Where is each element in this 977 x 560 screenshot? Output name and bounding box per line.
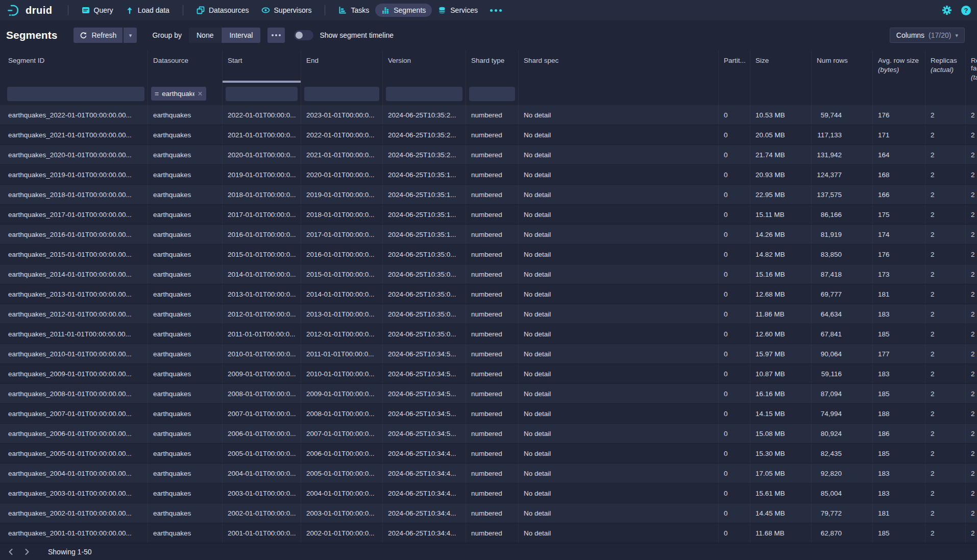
next-page-button[interactable] xyxy=(20,546,34,558)
segment-id-filter-input[interactable] xyxy=(7,87,144,101)
columns-button[interactable]: Columns (17/20) ▾ xyxy=(890,28,965,43)
group-by-none-button[interactable]: None xyxy=(189,28,221,43)
table-row[interactable]: earthquakes_2019-01-01T00:00:00.00... ea… xyxy=(0,165,977,185)
app-root: druid Query Load data xyxy=(0,0,977,560)
table-row[interactable]: earthquakes_2009-01-01T00:00:00.00... ea… xyxy=(0,364,977,384)
cell-replicas: 2 xyxy=(925,264,966,284)
column-header[interactable]: Datasource xyxy=(148,50,223,83)
help-icon[interactable]: ? xyxy=(961,6,971,15)
cell-size: 15.16 MB xyxy=(750,264,812,284)
refresh-button[interactable]: Refresh xyxy=(74,28,123,43)
column-header[interactable]: Size xyxy=(750,50,812,83)
shard-type-filter-input[interactable] xyxy=(469,87,515,101)
cell-partition: 0 xyxy=(719,185,750,204)
table-row[interactable]: earthquakes_2013-01-01T00:00:00.00... ea… xyxy=(0,284,977,304)
refresh-dropdown-button[interactable]: ▾ xyxy=(124,28,137,43)
column-header[interactable]: End xyxy=(301,50,383,83)
column-header[interactable]: Partit... xyxy=(719,50,750,83)
table-row[interactable]: earthquakes_2020-01-01T00:00:00.00... ea… xyxy=(0,145,977,165)
table-row[interactable]: earthquakes_2015-01-01T00:00:00.00... ea… xyxy=(0,245,977,264)
cell-start: 2017-01-01T00:00:0... xyxy=(223,205,301,224)
segment-timeline-toggle[interactable] xyxy=(294,30,313,40)
cell-avg-row-size: 174 xyxy=(873,225,925,244)
table-row[interactable]: earthquakes_2007-01-01T00:00:00.00... ea… xyxy=(0,404,977,424)
cell-partition: 0 xyxy=(719,264,750,284)
nav-item-services[interactable]: Services xyxy=(432,4,484,17)
cell-num-rows: 59,744 xyxy=(812,105,873,125)
cell-segment-id: earthquakes_2019-01-01T00:00:00.00... xyxy=(0,165,148,184)
cell-version: 2024-06-25T10:35:2... xyxy=(383,125,466,144)
table-row[interactable]: earthquakes_2002-01-01T00:00:00.00... ea… xyxy=(0,503,977,523)
column-header[interactable]: Replicas (actual) xyxy=(925,50,966,83)
chevron-down-icon: ▾ xyxy=(955,33,958,38)
column-header[interactable]: Shard type xyxy=(466,50,519,83)
cell-datasource: earthquakes xyxy=(148,503,223,523)
gear-icon[interactable] xyxy=(942,5,952,15)
table-row[interactable]: earthquakes_2001-01-01T00:00:00.00... ea… xyxy=(0,523,977,543)
cell-datasource: earthquakes xyxy=(148,225,223,244)
nav-item-label: Segments xyxy=(394,6,426,14)
table-row[interactable]: earthquakes_2004-01-01T00:00:00.00... ea… xyxy=(0,464,977,483)
table-row[interactable]: earthquakes_2011-01-01T00:00:00.00... ea… xyxy=(0,324,977,344)
cell-end: 2013-01-01T00:00:0... xyxy=(301,304,383,324)
datasource-filter-chip[interactable]: = earthquakes × xyxy=(151,87,206,101)
nav-item-label: Tasks xyxy=(351,6,369,14)
cell-start: 2002-01-01T00:00:0... xyxy=(223,503,301,523)
column-header[interactable]: Replication factor (target) xyxy=(966,50,977,83)
column-header[interactable]: Version xyxy=(383,50,466,83)
chevron-down-icon: ▾ xyxy=(129,33,132,38)
cell-avg-row-size: 186 xyxy=(873,424,925,443)
cell-size: 10.87 MB xyxy=(750,364,812,383)
more-options-button[interactable] xyxy=(267,28,285,43)
nav-item-load-data[interactable]: Load data xyxy=(119,4,176,17)
table-row[interactable]: earthquakes_2018-01-01T00:00:00.00... ea… xyxy=(0,185,977,205)
cell-version: 2024-06-25T10:34:4... xyxy=(383,444,466,463)
nav-item-query[interactable]: Query xyxy=(76,4,119,17)
table-row[interactable]: earthquakes_2022-01-01T00:00:00.00... ea… xyxy=(0,105,977,125)
table-row[interactable]: earthquakes_2005-01-01T00:00:00.00... ea… xyxy=(0,444,977,464)
table-row[interactable]: earthquakes_2006-01-01T00:00:00.00... ea… xyxy=(0,424,977,444)
druid-logo[interactable]: druid xyxy=(6,4,53,17)
group-by-interval-button[interactable]: Interval xyxy=(221,28,260,43)
table-row[interactable]: earthquakes_2021-01-01T00:00:00.00... ea… xyxy=(0,125,977,145)
cell-datasource: earthquakes xyxy=(148,165,223,184)
nav-item-supervisors[interactable]: Supervisors xyxy=(255,4,318,17)
cell-size: 10.53 MB xyxy=(750,105,812,125)
table-row[interactable]: earthquakes_2012-01-01T00:00:00.00... ea… xyxy=(0,304,977,324)
column-header[interactable]: Shard spec xyxy=(519,50,719,83)
cell-num-rows: 81,919 xyxy=(812,225,873,244)
table-row[interactable]: earthquakes_2008-01-01T00:00:00.00... ea… xyxy=(0,384,977,404)
table-row[interactable]: earthquakes_2017-01-01T00:00:00.00... ea… xyxy=(0,205,977,225)
column-header[interactable]: Avg. row size (bytes) xyxy=(873,50,925,83)
cell-end: 2021-01-01T00:00:0... xyxy=(301,145,383,164)
cell-avg-row-size: 183 xyxy=(873,483,925,503)
cell-replicas: 2 xyxy=(925,145,966,164)
end-filter-input[interactable] xyxy=(304,87,379,101)
cell-replicas: 2 xyxy=(925,165,966,184)
column-header[interactable]: Start xyxy=(223,50,301,83)
cell-shard-spec: No detail xyxy=(519,364,719,383)
cell-replication-factor: 2 xyxy=(966,424,977,443)
column-header[interactable]: Segment ID xyxy=(0,50,148,83)
nav-item-segments[interactable]: Segments xyxy=(375,4,432,17)
cell-replicas: 2 xyxy=(925,304,966,324)
cell-avg-row-size: 183 xyxy=(873,304,925,324)
pagination-footer: Showing 1-50 xyxy=(0,543,977,560)
version-filter-input[interactable] xyxy=(386,87,462,101)
start-filter-input[interactable] xyxy=(226,87,298,101)
table-row[interactable]: earthquakes_2003-01-01T00:00:00.00... ea… xyxy=(0,483,977,503)
nav-more-menu[interactable] xyxy=(484,7,508,14)
table-row[interactable]: earthquakes_2014-01-01T00:00:00.00... ea… xyxy=(0,264,977,284)
cell-end: 2016-01-01T00:00:0... xyxy=(301,245,383,264)
table-row[interactable]: earthquakes_2010-01-01T00:00:00.00... ea… xyxy=(0,344,977,364)
column-header-label: Replicas xyxy=(931,57,957,64)
cell-partition: 0 xyxy=(719,304,750,324)
nav-item-tasks[interactable]: Tasks xyxy=(332,4,375,17)
column-header-label: Size xyxy=(755,57,769,64)
previous-page-button[interactable] xyxy=(4,546,17,558)
column-header[interactable]: Num rows xyxy=(812,50,873,83)
nav-item-datasources[interactable]: Datasources xyxy=(190,4,255,17)
close-icon[interactable]: × xyxy=(198,90,202,98)
table-row[interactable]: earthquakes_2016-01-01T00:00:00.00... ea… xyxy=(0,225,977,245)
cell-start: 2009-01-01T00:00:0... xyxy=(223,364,301,383)
